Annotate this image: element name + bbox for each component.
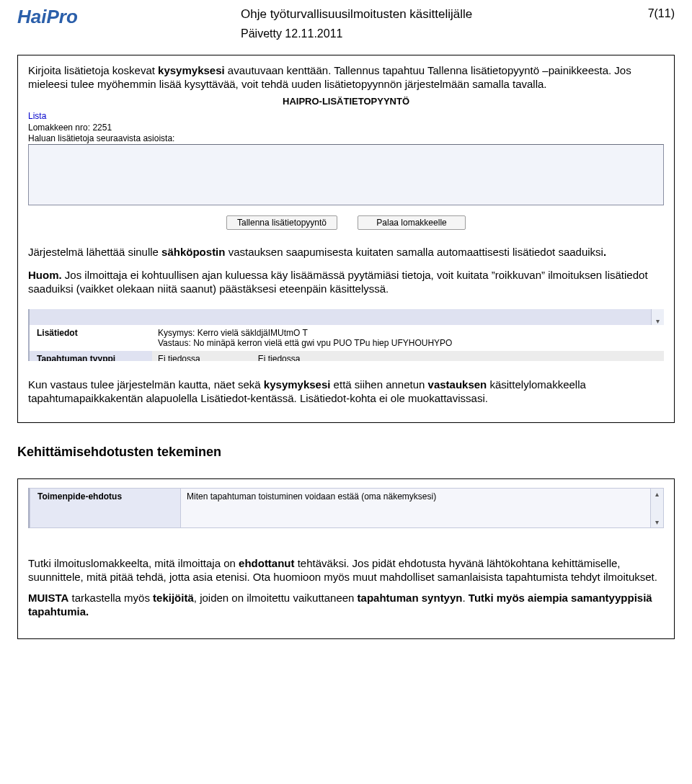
text: Kun vastaus tulee järjestelmän kautta, n…: [28, 378, 264, 391]
text: Vastaus:: [158, 338, 193, 348]
logo: HaiPro: [17, 7, 97, 26]
document-updated: Päivetty 12.11.2011: [241, 27, 631, 40]
scrollbar-stub[interactable]: ▾: [651, 309, 664, 325]
palaa-button[interactable]: Palaa lomakkeelle: [358, 215, 466, 230]
lisatietopyynto-section: Kirjoita lisätietoja koskevat kysymykses…: [17, 55, 675, 423]
text-bold: .: [603, 246, 606, 258]
text: Tutki ilmoituslomakkeelta, mitä ilmoitta…: [28, 557, 239, 569]
text: Ei tiedossa: [258, 354, 301, 358]
toimenpide-text: Miten tapahtuman toistuminen voidaan est…: [181, 488, 651, 528]
text: J: [614, 64, 620, 76]
text-bold: MUISTA: [28, 592, 68, 604]
tyyppi-label: Tapahtuman tyyppi: [30, 351, 152, 361]
text: tarkastella myös: [68, 592, 153, 604]
text-bold: Huom.: [28, 269, 62, 281]
lisatiedot-label: Lisätiedot: [30, 325, 152, 351]
tyyppi-values: Ei tiedossa Ei tiedossa: [152, 351, 664, 361]
text-bold: tapahtuman syntyyn: [358, 592, 463, 604]
text-bold: vastauksen: [428, 378, 487, 391]
cell: [30, 309, 152, 325]
text: Kysymys:: [158, 328, 198, 338]
table-row-tyyppi: Tapahtuman tyyppi Ei tiedossa Ei tiedoss…: [30, 351, 664, 361]
document-header: HaiPro Ohje työturvallisuusilmoitusten k…: [17, 7, 675, 40]
haipro-lisatietopyynto-form: HAIPRO-LISÄTIETOPYYNTÖ Lista Lomakkeen n…: [28, 96, 664, 230]
text: Kirjoita lisätietoja koskevat: [28, 64, 158, 76]
toimenpide-ehdotus-view: Toimenpide-ehdotus Miten tapahtuman tois…: [28, 488, 664, 528]
text-bold: ehdottanut: [239, 557, 294, 569]
kehittamisehdotukset-heading: Kehittämisehdotusten tekeminen: [17, 445, 675, 460]
text: Järjestelmä lähettää sinulle: [28, 246, 161, 258]
table-row-blank: ▾: [30, 309, 664, 325]
text: avautuvaan kenttään. Tallennus tapahtuu …: [225, 64, 615, 76]
text: vastauksen saapumisesta kuitaten samalla…: [225, 246, 603, 258]
header-center: Ohje työturvallisuusilmoitusten käsittel…: [97, 7, 631, 40]
lista-link[interactable]: Lista: [28, 111, 664, 121]
text: , joiden on ilmoitettu vaikuttaneen: [194, 592, 358, 604]
ehdotus-paragraph-1: Tutki ilmoituslomakkeelta, mitä ilmoitta…: [28, 557, 664, 584]
text: että siihen annetun: [330, 378, 427, 391]
vastaus-info-paragraph: Kun vastaus tulee järjestelmän kautta, n…: [28, 378, 664, 406]
text: Kerro vielä säkldjäIMUtmO T: [198, 328, 308, 338]
text: No minäpä kerron vielä että gwi vpu PUO …: [193, 338, 452, 348]
form-button-row: Tallenna lisätietopyyntö Palaa lomakkeel…: [28, 215, 664, 230]
text: Ei tiedossa: [158, 354, 200, 358]
logo-text: HaiPro: [17, 7, 78, 26]
form-title: HAIPRO-LISÄTIETOPYYNTÖ: [28, 96, 664, 107]
email-info-paragraph: Järjestelmä lähettää sinulle sähköpostin…: [28, 246, 664, 259]
lisatiedot-view: ▾ Lisätiedot Kysymys: Kerro vielä säkldj…: [28, 309, 664, 361]
huom-paragraph: Huom. Jos ilmoittaja ei kohtuullisen aja…: [28, 269, 664, 296]
text: .: [462, 592, 468, 604]
kehittamisehdotukset-section: Toimenpide-ehdotus Miten tapahtuman tois…: [17, 478, 675, 639]
form-question-label: Haluan lisätietoja seuraavista asioista:: [28, 133, 664, 143]
text-bold: kysymyksesi: [158, 64, 225, 76]
text-bold: sähköpostin: [161, 246, 225, 258]
form-number-label: Lomakkeen nro: 2251: [28, 122, 664, 133]
document-title: Ohje työturvallisuusilmoitusten käsittel…: [241, 7, 631, 22]
text-bold: kysymyksesi: [264, 378, 331, 391]
cell: [152, 309, 651, 325]
text: Jos ilmoittaja ei kohtuullisen ajan kulu…: [28, 269, 648, 295]
lisatieto-textarea[interactable]: [28, 144, 664, 205]
toimenpide-label: Toimenpide-ehdotus: [30, 488, 181, 528]
lisatiedot-content: Kysymys: Kerro vielä säkldjäIMUtmO T Vas…: [152, 325, 664, 351]
table-row-lisatiedot: Lisätiedot Kysymys: Kerro vielä säkldjäI…: [30, 325, 664, 351]
text-bold: tekijöitä: [153, 592, 194, 604]
muista-paragraph: MUISTA tarkastella myös tekijöitä, joide…: [28, 592, 664, 619]
instruction-paragraph-1: Kirjoita lisätietoja koskevat kysymykses…: [28, 64, 664, 92]
tallenna-button[interactable]: Tallenna lisätietopyyntö: [226, 215, 337, 230]
page-number: 7(11): [631, 7, 675, 20]
scrollbar-stub[interactable]: ▴▾: [651, 488, 664, 528]
